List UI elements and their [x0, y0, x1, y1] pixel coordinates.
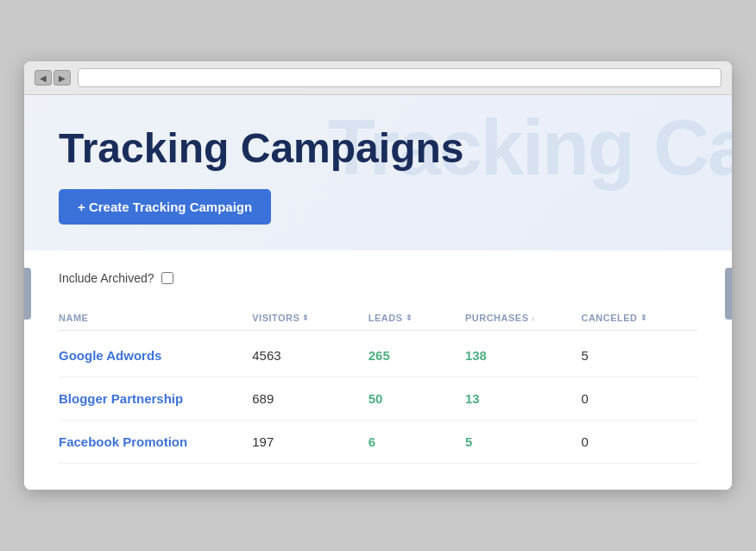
purchases-google-adwords: 138: [465, 348, 582, 363]
purchases-facebook-promotion: 5: [465, 434, 582, 449]
include-archived-label: Include Archived?: [59, 271, 154, 285]
col-header-leads[interactable]: LEADS ⇕: [369, 313, 465, 323]
leads-sort-icon: ⇕: [406, 314, 413, 322]
address-bar[interactable]: [78, 68, 721, 87]
campaign-name-facebook-promotion[interactable]: Facebook Promotion: [59, 434, 252, 449]
col-header-visitors[interactable]: VISITORS ⇕: [252, 313, 369, 323]
browser-window: ◀ ▶ Tracking Ca Tracking Campaigns + Cre…: [24, 61, 732, 490]
col-header-canceled[interactable]: CANCELED ⇕: [581, 313, 697, 323]
campaign-name-blogger-partnership[interactable]: Blogger Partnership: [59, 391, 252, 406]
browser-nav-buttons: ◀ ▶: [35, 70, 71, 86]
include-archived-checkbox[interactable]: [161, 272, 173, 284]
right-accent-bar: [725, 268, 732, 320]
visitors-sort-icon: ⇕: [302, 314, 310, 322]
page-content: Tracking Ca Tracking Campaigns + Create …: [24, 95, 732, 490]
left-accent-bar: [24, 268, 31, 320]
nav-back-button[interactable]: ◀: [35, 70, 52, 86]
table-row: Facebook Promotion 197 6 5 0: [59, 421, 697, 464]
leads-blogger-partnership: 50: [369, 391, 465, 406]
purchases-blogger-partnership: 13: [465, 391, 582, 406]
table-header: NAME VISITORS ⇕ LEADS ⇕ PURCHASES ↓: [59, 306, 697, 331]
purchases-sort-icon: ↓: [531, 314, 535, 322]
leads-facebook-promotion: 6: [369, 434, 465, 449]
visitors-google-adwords: 4563: [252, 348, 369, 363]
canceled-blogger-partnership: 0: [581, 391, 697, 406]
browser-toolbar: ◀ ▶: [24, 61, 732, 95]
visitors-facebook-promotion: 197: [252, 434, 369, 449]
leads-google-adwords: 265: [369, 348, 465, 363]
main-section: Include Archived? NAME VISITORS ⇕ LEADS: [24, 250, 732, 490]
hero-section: Tracking Ca Tracking Campaigns + Create …: [24, 95, 732, 250]
canceled-sort-icon: ⇕: [640, 314, 648, 322]
campaign-name-google-adwords[interactable]: Google Adwords: [59, 348, 252, 363]
nav-forward-button[interactable]: ▶: [54, 70, 71, 86]
create-tracking-campaign-button[interactable]: + Create Tracking Campaign: [59, 189, 271, 225]
campaigns-table: NAME VISITORS ⇕ LEADS ⇕ PURCHASES ↓: [59, 306, 697, 464]
canceled-google-adwords: 5: [581, 348, 697, 363]
canceled-facebook-promotion: 0: [581, 434, 697, 449]
table-row: Google Adwords 4563 265 138 5: [59, 334, 697, 377]
col-header-purchases[interactable]: PURCHASES ↓: [465, 313, 582, 323]
col-header-name: NAME: [59, 313, 252, 323]
filter-row: Include Archived?: [59, 271, 697, 285]
visitors-blogger-partnership: 689: [252, 391, 369, 406]
page-title: Tracking Campaigns: [59, 126, 697, 172]
table-row: Blogger Partnership 689 50 13 0: [59, 377, 697, 421]
